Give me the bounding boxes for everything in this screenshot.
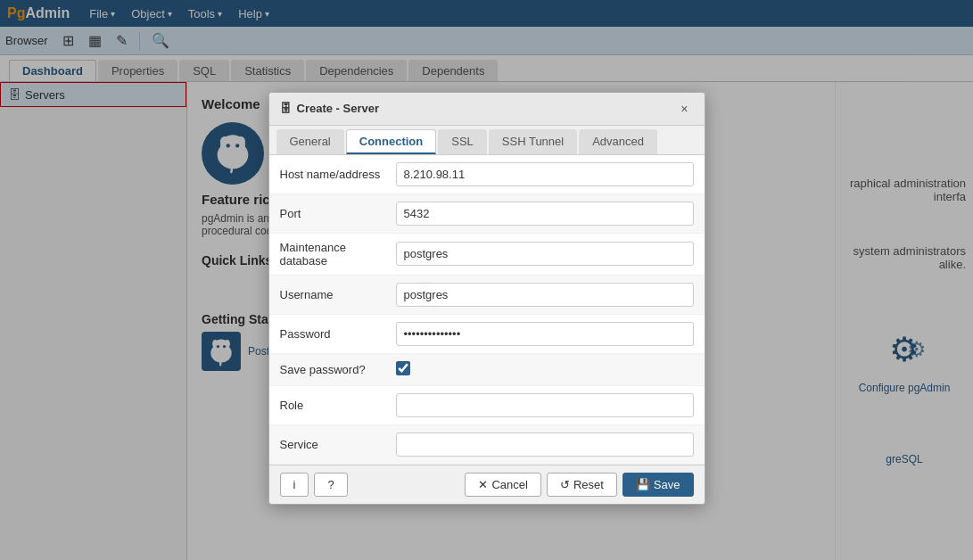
- field-row-save-password: Save password?: [269, 354, 705, 386]
- role-input[interactable]: [396, 393, 694, 417]
- field-label-port: Port: [280, 207, 396, 220]
- save-label: Save: [654, 478, 680, 491]
- modal-tab-general[interactable]: General: [276, 129, 344, 154]
- modal-overlay: 🗄 Create - Server × General Connection S…: [0, 0, 973, 560]
- modal-footer: i ? ✕ Cancel ↺ Reset 💾 Save: [269, 465, 705, 504]
- field-input-service: [396, 432, 694, 457]
- cancel-button[interactable]: ✕ Cancel: [465, 473, 540, 497]
- field-input-save-password: [396, 361, 694, 378]
- field-input-maintenance-db: [396, 242, 694, 266]
- host-input[interactable]: [396, 162, 694, 186]
- field-label-host: Host name/address: [280, 168, 396, 181]
- field-row-host: Host name/address: [269, 155, 705, 194]
- footer-right-buttons: ✕ Cancel ↺ Reset 💾 Save: [465, 473, 693, 497]
- modal-title: 🗄 Create - Server: [280, 102, 380, 115]
- field-label-username: Username: [280, 288, 396, 301]
- field-row-port: Port: [269, 194, 705, 234]
- field-label-password: Password: [280, 327, 396, 341]
- reset-icon: ↺: [560, 478, 570, 491]
- password-input[interactable]: [396, 322, 694, 346]
- modal-header: 🗄 Create - Server ×: [269, 93, 705, 126]
- field-row-maintenance-db: Maintenance database: [269, 234, 705, 276]
- modal-tab-advanced[interactable]: Advanced: [579, 129, 657, 154]
- field-label-save-password: Save password?: [280, 363, 396, 376]
- field-label-service: Service: [280, 438, 396, 451]
- field-row-service: Service: [269, 425, 705, 465]
- help-button[interactable]: ?: [314, 473, 347, 497]
- field-label-role: Role: [280, 399, 396, 412]
- server-icon: 🗄: [280, 102, 292, 115]
- maintenance-db-input[interactable]: [396, 242, 694, 266]
- modal-tab-ssl[interactable]: SSL: [438, 129, 487, 154]
- save-password-checkbox[interactable]: [396, 361, 410, 375]
- modal-tab-connection[interactable]: Connection: [346, 129, 437, 154]
- save-icon: 💾: [636, 478, 650, 491]
- reset-label: Reset: [573, 478, 604, 491]
- field-input-port: [396, 202, 694, 226]
- field-input-password: [396, 322, 694, 346]
- modal-tabs: General Connection SSL SSH Tunnel Advanc…: [269, 126, 705, 155]
- help-icon: ?: [327, 478, 334, 491]
- save-button[interactable]: 💾 Save: [623, 473, 694, 497]
- info-icon: i: [293, 478, 296, 491]
- reset-button[interactable]: ↺ Reset: [547, 473, 617, 497]
- modal-tab-ssh-tunnel[interactable]: SSH Tunnel: [489, 129, 577, 154]
- info-button[interactable]: i: [280, 473, 309, 497]
- username-input[interactable]: [396, 283, 694, 307]
- field-input-username: [396, 283, 694, 307]
- field-input-role: [396, 393, 694, 417]
- field-row-password: Password: [269, 315, 705, 354]
- cancel-label: Cancel: [491, 478, 527, 491]
- field-row-username: Username: [269, 276, 705, 315]
- field-input-host: [396, 162, 694, 186]
- cancel-icon: ✕: [478, 478, 488, 491]
- field-row-role: Role: [269, 386, 705, 425]
- service-input[interactable]: [396, 432, 694, 457]
- port-input[interactable]: [396, 202, 694, 226]
- modal-close-button[interactable]: ×: [675, 100, 693, 118]
- create-server-modal: 🗄 Create - Server × General Connection S…: [268, 92, 705, 505]
- footer-left-buttons: i ?: [280, 473, 348, 497]
- field-label-maintenance-db: Maintenance database: [280, 241, 396, 268]
- modal-body: Host name/address Port Maintenance datab…: [269, 155, 705, 465]
